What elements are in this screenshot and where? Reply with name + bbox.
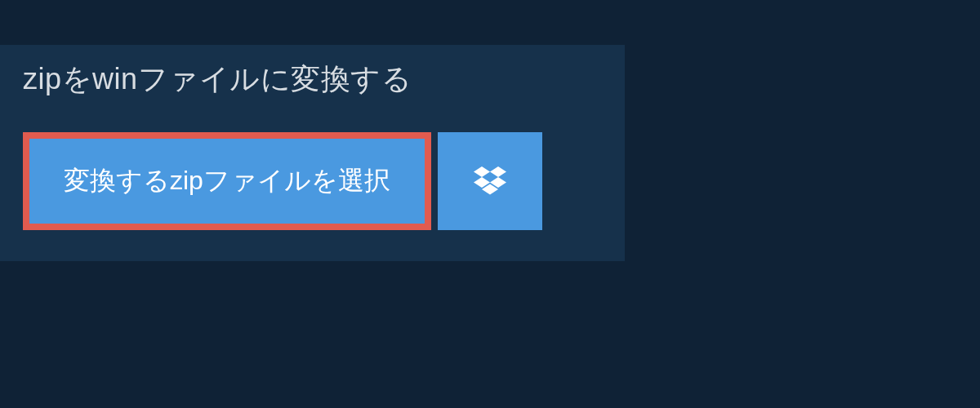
select-file-label: 変換するzipファイルを選択 [64,163,390,199]
converter-panel: zipをwinファイルに変換する 変換するzipファイルを選択 [0,45,625,261]
dropbox-button[interactable] [438,132,542,230]
title-bar: zipをwinファイルに変換する [0,45,506,116]
page-title: zipをwinファイルに変換する [23,60,483,100]
dropbox-icon [474,166,506,196]
select-file-button[interactable]: 変換するzipファイルを選択 [23,132,431,230]
button-row: 変換するzipファイルを選択 [0,116,625,261]
